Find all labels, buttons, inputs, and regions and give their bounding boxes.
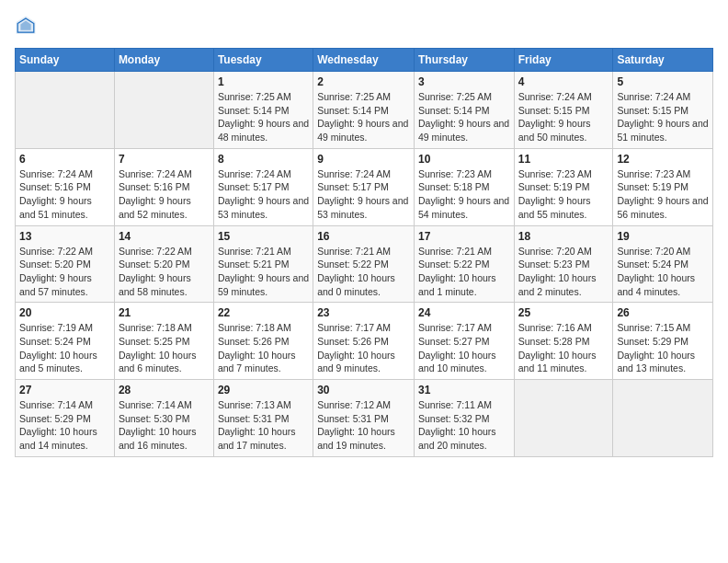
calendar-cell: 31Sunrise: 7:11 AM Sunset: 5:32 PM Dayli… <box>414 380 514 457</box>
day-detail: Sunrise: 7:21 AM Sunset: 5:21 PM Dayligh… <box>218 245 309 299</box>
day-number: 25 <box>518 306 609 319</box>
day-number: 3 <box>418 75 510 88</box>
day-number: 31 <box>418 384 510 396</box>
day-number: 8 <box>218 153 309 166</box>
calendar-cell: 15Sunrise: 7:21 AM Sunset: 5:21 PM Dayli… <box>213 225 313 303</box>
day-number: 30 <box>317 384 410 396</box>
calendar-cell: 27Sunrise: 7:14 AM Sunset: 5:29 PM Dayli… <box>16 380 115 457</box>
calendar-table: SundayMondayTuesdayWednesdayThursdayFrid… <box>15 48 713 457</box>
day-detail: Sunrise: 7:25 AM Sunset: 5:14 PM Dayligh… <box>418 90 510 144</box>
day-number: 19 <box>617 230 709 243</box>
day-number: 28 <box>119 384 210 396</box>
day-detail: Sunrise: 7:12 AM Sunset: 5:31 PM Dayligh… <box>317 398 410 453</box>
day-detail: Sunrise: 7:20 AM Sunset: 5:24 PM Dayligh… <box>617 245 709 299</box>
calendar-cell: 10Sunrise: 7:23 AM Sunset: 5:18 PM Dayli… <box>414 148 514 225</box>
calendar-week-row: 6Sunrise: 7:24 AM Sunset: 5:16 PM Daylig… <box>16 148 713 225</box>
page-header <box>15 15 713 37</box>
day-number: 26 <box>617 306 709 319</box>
calendar-cell: 7Sunrise: 7:24 AM Sunset: 5:16 PM Daylig… <box>114 148 213 225</box>
day-number: 29 <box>218 384 309 396</box>
calendar-cell: 19Sunrise: 7:20 AM Sunset: 5:24 PM Dayli… <box>613 225 713 303</box>
day-number: 2 <box>317 75 410 88</box>
calendar-cell: 14Sunrise: 7:22 AM Sunset: 5:20 PM Dayli… <box>114 225 213 303</box>
weekday-header-thursday: Thursday <box>414 49 514 72</box>
calendar-week-row: 20Sunrise: 7:19 AM Sunset: 5:24 PM Dayli… <box>16 303 713 380</box>
day-number: 6 <box>19 153 110 166</box>
day-detail: Sunrise: 7:22 AM Sunset: 5:20 PM Dayligh… <box>119 245 210 299</box>
day-detail: Sunrise: 7:18 AM Sunset: 5:26 PM Dayligh… <box>218 321 309 375</box>
calendar-cell: 17Sunrise: 7:21 AM Sunset: 5:22 PM Dayli… <box>414 225 514 303</box>
calendar-cell: 21Sunrise: 7:18 AM Sunset: 5:25 PM Dayli… <box>114 303 213 380</box>
day-number: 7 <box>119 153 210 166</box>
logo-icon <box>15 15 37 37</box>
calendar-cell: 1Sunrise: 7:25 AM Sunset: 5:14 PM Daylig… <box>213 72 313 149</box>
weekday-header-saturday: Saturday <box>613 49 713 72</box>
day-number: 15 <box>218 230 309 243</box>
calendar-cell: 28Sunrise: 7:14 AM Sunset: 5:30 PM Dayli… <box>114 380 213 457</box>
calendar-cell: 6Sunrise: 7:24 AM Sunset: 5:16 PM Daylig… <box>16 148 115 225</box>
day-detail: Sunrise: 7:20 AM Sunset: 5:23 PM Dayligh… <box>518 245 609 299</box>
calendar-cell: 5Sunrise: 7:24 AM Sunset: 5:15 PM Daylig… <box>613 72 713 149</box>
calendar-body: 1Sunrise: 7:25 AM Sunset: 5:14 PM Daylig… <box>16 72 713 457</box>
day-number: 5 <box>617 75 709 88</box>
calendar-cell: 16Sunrise: 7:21 AM Sunset: 5:22 PM Dayli… <box>313 225 415 303</box>
weekday-header-sunday: Sunday <box>16 49 115 72</box>
day-number: 10 <box>418 153 510 166</box>
day-detail: Sunrise: 7:21 AM Sunset: 5:22 PM Dayligh… <box>418 245 510 299</box>
weekday-header-friday: Friday <box>514 49 613 72</box>
day-number: 20 <box>19 306 110 319</box>
day-detail: Sunrise: 7:24 AM Sunset: 5:16 PM Dayligh… <box>19 167 110 222</box>
day-detail: Sunrise: 7:23 AM Sunset: 5:18 PM Dayligh… <box>418 167 510 222</box>
weekday-header-wednesday: Wednesday <box>313 49 415 72</box>
calendar-cell: 26Sunrise: 7:15 AM Sunset: 5:29 PM Dayli… <box>613 303 713 380</box>
weekday-header-tuesday: Tuesday <box>213 49 313 72</box>
day-detail: Sunrise: 7:24 AM Sunset: 5:17 PM Dayligh… <box>218 167 309 222</box>
day-detail: Sunrise: 7:18 AM Sunset: 5:25 PM Dayligh… <box>119 321 210 375</box>
calendar-week-row: 1Sunrise: 7:25 AM Sunset: 5:14 PM Daylig… <box>16 72 713 149</box>
calendar-cell <box>613 380 713 457</box>
calendar-cell: 24Sunrise: 7:17 AM Sunset: 5:27 PM Dayli… <box>414 303 514 380</box>
day-detail: Sunrise: 7:25 AM Sunset: 5:14 PM Dayligh… <box>218 90 309 144</box>
day-number: 9 <box>317 153 410 166</box>
day-detail: Sunrise: 7:14 AM Sunset: 5:29 PM Dayligh… <box>19 398 110 453</box>
day-detail: Sunrise: 7:23 AM Sunset: 5:19 PM Dayligh… <box>518 167 609 222</box>
calendar-cell: 2Sunrise: 7:25 AM Sunset: 5:14 PM Daylig… <box>313 72 415 149</box>
calendar-cell: 4Sunrise: 7:24 AM Sunset: 5:15 PM Daylig… <box>514 72 613 149</box>
day-number: 24 <box>418 306 510 319</box>
calendar-cell <box>16 72 115 149</box>
calendar-cell: 18Sunrise: 7:20 AM Sunset: 5:23 PM Dayli… <box>514 225 613 303</box>
day-number: 18 <box>518 230 609 243</box>
calendar-cell: 13Sunrise: 7:22 AM Sunset: 5:20 PM Dayli… <box>16 225 115 303</box>
day-number: 13 <box>19 230 110 243</box>
day-detail: Sunrise: 7:16 AM Sunset: 5:28 PM Dayligh… <box>518 321 609 375</box>
calendar-cell: 22Sunrise: 7:18 AM Sunset: 5:26 PM Dayli… <box>213 303 313 380</box>
day-number: 23 <box>317 306 410 319</box>
day-detail: Sunrise: 7:21 AM Sunset: 5:22 PM Dayligh… <box>317 245 410 299</box>
day-detail: Sunrise: 7:13 AM Sunset: 5:31 PM Dayligh… <box>218 398 309 453</box>
calendar-cell: 9Sunrise: 7:24 AM Sunset: 5:17 PM Daylig… <box>313 148 415 225</box>
day-detail: Sunrise: 7:24 AM Sunset: 5:15 PM Dayligh… <box>518 90 609 144</box>
day-number: 27 <box>19 384 110 396</box>
day-number: 11 <box>518 153 609 166</box>
calendar-cell: 30Sunrise: 7:12 AM Sunset: 5:31 PM Dayli… <box>313 380 415 457</box>
day-number: 21 <box>119 306 210 319</box>
calendar-cell: 20Sunrise: 7:19 AM Sunset: 5:24 PM Dayli… <box>16 303 115 380</box>
calendar-cell: 3Sunrise: 7:25 AM Sunset: 5:14 PM Daylig… <box>414 72 514 149</box>
calendar-cell: 8Sunrise: 7:24 AM Sunset: 5:17 PM Daylig… <box>213 148 313 225</box>
day-detail: Sunrise: 7:25 AM Sunset: 5:14 PM Dayligh… <box>317 90 410 144</box>
day-detail: Sunrise: 7:17 AM Sunset: 5:26 PM Dayligh… <box>317 321 410 375</box>
calendar-cell: 29Sunrise: 7:13 AM Sunset: 5:31 PM Dayli… <box>213 380 313 457</box>
calendar-cell <box>114 72 213 149</box>
day-detail: Sunrise: 7:14 AM Sunset: 5:30 PM Dayligh… <box>119 398 210 453</box>
day-detail: Sunrise: 7:24 AM Sunset: 5:16 PM Dayligh… <box>119 167 210 222</box>
day-number: 12 <box>617 153 709 166</box>
calendar-cell <box>514 380 613 457</box>
calendar-cell: 11Sunrise: 7:23 AM Sunset: 5:19 PM Dayli… <box>514 148 613 225</box>
calendar-week-row: 13Sunrise: 7:22 AM Sunset: 5:20 PM Dayli… <box>16 225 713 303</box>
day-detail: Sunrise: 7:22 AM Sunset: 5:20 PM Dayligh… <box>19 245 110 299</box>
day-detail: Sunrise: 7:19 AM Sunset: 5:24 PM Dayligh… <box>19 321 110 375</box>
day-detail: Sunrise: 7:11 AM Sunset: 5:32 PM Dayligh… <box>418 398 510 453</box>
calendar-cell: 25Sunrise: 7:16 AM Sunset: 5:28 PM Dayli… <box>514 303 613 380</box>
weekday-header-row: SundayMondayTuesdayWednesdayThursdayFrid… <box>16 49 713 72</box>
calendar-week-row: 27Sunrise: 7:14 AM Sunset: 5:29 PM Dayli… <box>16 380 713 457</box>
